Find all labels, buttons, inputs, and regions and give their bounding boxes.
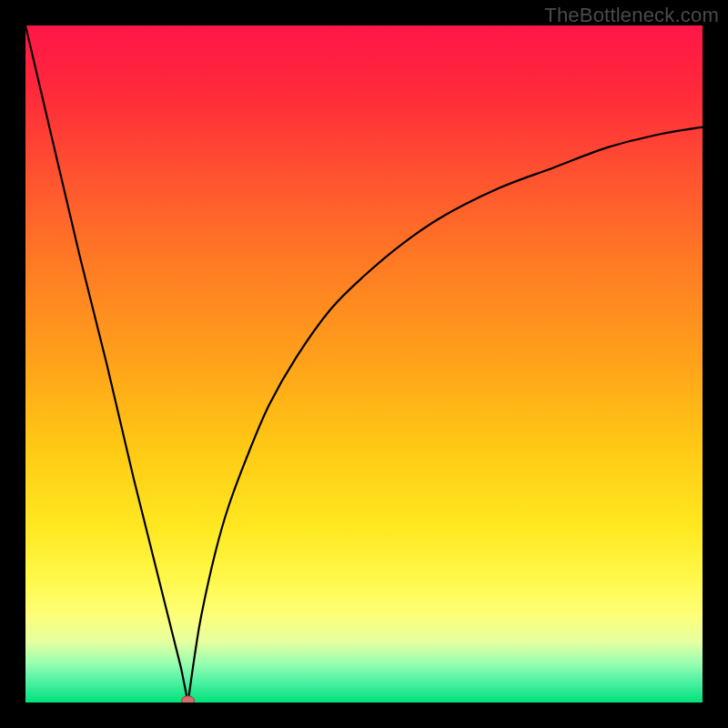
optimum-marker [182, 696, 195, 703]
chart-frame: TheBottleneck.com [0, 0, 728, 728]
watermark-text: TheBottleneck.com [544, 4, 719, 27]
curve-path [25, 25, 703, 703]
bottleneck-curve [25, 25, 703, 703]
chart-plot-area [25, 25, 703, 703]
